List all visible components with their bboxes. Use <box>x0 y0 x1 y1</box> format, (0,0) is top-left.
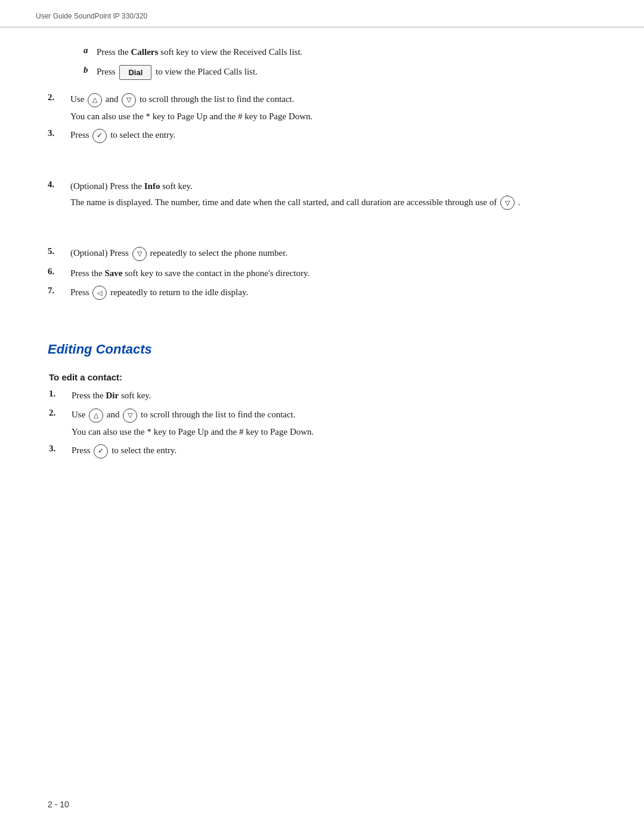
step-4-sub: The name is displayed. The number, time … <box>70 196 596 210</box>
page: User Guide SoundPoint IP 330/320 a Press… <box>0 0 644 833</box>
step-5-content: (Optional) Press repeatedly to select th… <box>70 246 596 261</box>
left-arrow-icon <box>92 286 107 300</box>
step-4: 4. (Optional) Press the Info soft key. T… <box>48 179 596 210</box>
step-3-first-number: 3. <box>48 128 70 138</box>
section-break-3 <box>48 312 596 336</box>
down-arrow-icon <box>122 93 136 107</box>
page-header: User Guide SoundPoint IP 330/320 <box>0 0 644 27</box>
step-2-first-content: Use and to scroll through the list to fi… <box>70 92 596 123</box>
sub-items-block: a Press the Callers soft key to view the… <box>48 45 596 80</box>
page-number: 2 - 10 <box>48 800 69 809</box>
ec-step-3: 3. Press to select the entry. <box>49 443 596 459</box>
step-2-first: 2. Use and to scroll through the list to… <box>48 92 596 123</box>
ec-step-3-number: 3. <box>49 443 72 454</box>
ec-step-1: 1. Press the Dir soft key. <box>49 388 596 402</box>
step-7-number: 7. <box>48 285 70 296</box>
sub-item-b: b Press Dial to view the Placed Calls li… <box>48 65 596 80</box>
editing-contacts-heading: Editing Contacts <box>48 342 596 357</box>
ec-step-1-content: Press the Dir soft key. <box>72 388 596 402</box>
sub-item-b-label: b <box>83 65 97 75</box>
down-arrow-icon-3 <box>132 247 147 261</box>
check-icon-ec <box>94 444 108 459</box>
save-bold: Save <box>105 268 123 278</box>
ec-step-1-number: 1. <box>49 388 72 399</box>
step-3-first-content: Press to select the entry. <box>70 128 596 143</box>
ec-step-2-number: 2. <box>49 407 72 418</box>
step-6-content: Press the Save soft key to save the cont… <box>70 266 596 280</box>
step-3-first: 3. Press to select the entry. <box>48 128 596 143</box>
to-edit-contact-heading: To edit a contact: <box>49 372 596 382</box>
step-4-number: 4. <box>48 179 70 190</box>
step-7: 7. Press repeatedly to return to the idl… <box>48 285 596 301</box>
steps-block-1: 2. Use and to scroll through the list to… <box>48 92 596 143</box>
down-arrow-icon-ec <box>123 408 137 423</box>
step-5-number: 5. <box>48 246 70 256</box>
main-content: a Press the Callers soft key to view the… <box>0 27 644 494</box>
section-break-1 <box>48 155 596 179</box>
ec-step-2-content: Use and to scroll through the list to fi… <box>72 407 596 438</box>
sub-item-b-content: Press Dial to view the Placed Calls list… <box>97 65 596 80</box>
ec-step-3-content: Press to select the entry. <box>72 443 596 459</box>
sub-item-a-content: Press the Callers soft key to view the R… <box>97 45 596 59</box>
step-5: 5. (Optional) Press repeatedly to select… <box>48 246 596 261</box>
page-footer: 2 - 10 <box>48 800 69 809</box>
step-2-first-sub: You can also use the * key to Page Up an… <box>70 110 596 123</box>
sub-item-a-label: a <box>83 45 97 55</box>
ec-step-2: 2. Use and to scroll through the list to… <box>49 407 596 438</box>
step-6: 6. Press the Save soft key to save the c… <box>48 266 596 280</box>
step-2-first-number: 2. <box>48 92 70 103</box>
dir-bold: Dir <box>106 391 119 400</box>
info-bold: Info <box>144 181 160 191</box>
edit-contact-sub-block: To edit a contact: 1. Press the Dir soft… <box>48 372 596 459</box>
section-break-2 <box>48 222 596 246</box>
check-icon-1 <box>92 129 107 143</box>
dial-key-button: Dial <box>119 65 151 80</box>
step-6-number: 6. <box>48 266 70 277</box>
header-text: User Guide SoundPoint IP 330/320 <box>36 12 147 20</box>
ec-step-2-sub: You can also use the * key to Page Up an… <box>72 425 596 439</box>
sub-item-a: a Press the Callers soft key to view the… <box>48 45 596 59</box>
step-4-content: (Optional) Press the Info soft key. The … <box>70 179 596 210</box>
up-arrow-icon-ec <box>89 408 103 423</box>
step-7-content: Press repeatedly to return to the idle d… <box>70 285 596 301</box>
up-arrow-icon <box>88 93 102 107</box>
steps-block-2: 4. (Optional) Press the Info soft key. T… <box>48 179 596 210</box>
steps-block-3: 5. (Optional) Press repeatedly to select… <box>48 246 596 300</box>
down-arrow-icon-2 <box>500 196 515 210</box>
editing-contacts-section: Editing Contacts To edit a contact: 1. P… <box>48 342 596 459</box>
callers-bold: Callers <box>131 47 159 57</box>
